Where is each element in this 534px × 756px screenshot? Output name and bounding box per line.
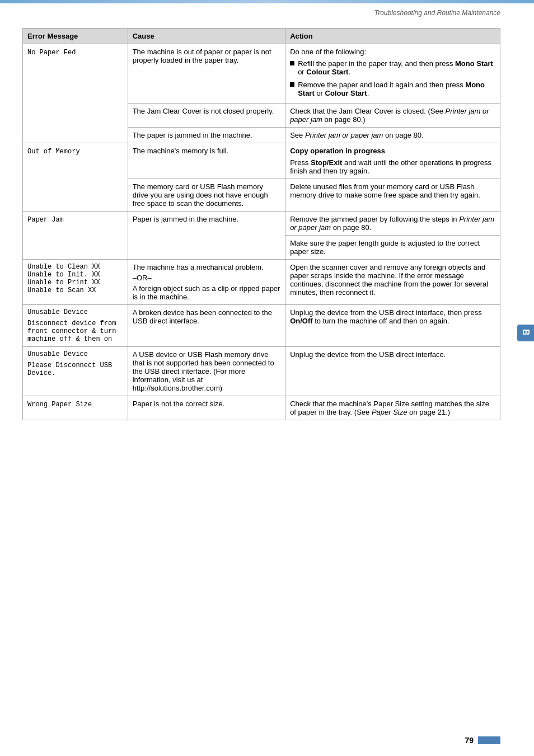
footer: 79 (465, 736, 500, 745)
bullet-item: Refill the paper in the paper tray, and … (290, 59, 495, 76)
action-cell: Make sure the paper length guide is adju… (285, 236, 500, 260)
cause-cell: A broken device has been connected to th… (128, 305, 285, 347)
col-header-cause: Cause (128, 29, 285, 44)
table-header-row: Error Message Cause Action (23, 29, 500, 44)
action-cell: Unplug the device from the USB direct in… (285, 347, 500, 396)
table-row: Unable to Clean XX Unable to Init. XX Un… (23, 260, 500, 305)
cause-cell: The machine is out of paper or paper is … (128, 44, 285, 104)
error-cell: Unusable Device Disconnect device from f… (23, 305, 128, 347)
col-header-error: Error Message (23, 29, 128, 44)
action-cell: Delete unused files from your memory car… (285, 179, 500, 212)
table-row: Out of Memory The machine's memory is fu… (23, 143, 500, 179)
cause-cell: Paper is jammed in the machine. (128, 212, 285, 260)
action-cell: Do one of the following: Refill the pape… (285, 44, 500, 104)
cause-cell: The machine's memory is full. (128, 143, 285, 179)
action-cell: Open the scanner cover and remove any fo… (285, 260, 500, 305)
table-row: No Paper Fed The machine is out of paper… (23, 44, 500, 104)
error-cell: Wrong Paper Size (23, 396, 128, 420)
table-row: Paper Jam Paper is jammed in the machine… (23, 212, 500, 236)
action-text: Press Stop/Exit and wait until the other… (290, 158, 495, 175)
action-cell: Unplug the device from the USB direct in… (285, 305, 500, 347)
action-intro: Do one of the following: (290, 48, 495, 56)
action-cell: Check that the machine's Paper Size sett… (285, 396, 500, 420)
action-cell: Copy operation in progress Press Stop/Ex… (285, 143, 500, 179)
table-row: Wrong Paper Size Paper is not the correc… (23, 396, 500, 420)
action-cell: Remove the jammed paper by following the… (285, 212, 500, 236)
bullet-item: Remove the paper and load it again and t… (290, 81, 495, 97)
action-bold-header: Copy operation in progress (290, 147, 495, 155)
page-number: 79 (465, 736, 474, 745)
cause-cell: The machine has a mechanical problem. –O… (128, 260, 285, 305)
main-content: Error Message Cause Action No Paper Fed … (0, 22, 534, 443)
cause-cell: The memory card or USB Flash memory driv… (128, 179, 285, 212)
error-cell: No Paper Fed (23, 44, 128, 143)
cause-cell: The paper is jammed in the machine. (128, 128, 285, 143)
cause-cell: A USB device or USB Flash memory drive t… (128, 347, 285, 396)
action-cell: Check that the Jam Clear Cover is closed… (285, 104, 500, 128)
cause-cell: The Jam Clear Cover is not closed proper… (128, 104, 285, 128)
bullet-icon (290, 61, 294, 65)
footer-bar (478, 736, 500, 744)
table-row: Unusable Device Please Disconnect USB De… (23, 347, 500, 396)
header-title: Troubleshooting and Routine Maintenance (374, 9, 500, 17)
side-tab-b: B (517, 325, 534, 341)
error-cell: Paper Jam (23, 212, 128, 260)
error-cell: Out of Memory (23, 143, 128, 212)
error-cell: Unable to Clean XX Unable to Init. XX Un… (23, 260, 128, 305)
cause-cell: Paper is not the correct size. (128, 396, 285, 420)
table-row: Unusable Device Disconnect device from f… (23, 305, 500, 347)
col-header-action: Action (285, 29, 500, 44)
bullet-icon (290, 82, 294, 87)
page-header: Troubleshooting and Routine Maintenance (0, 3, 534, 22)
error-table: Error Message Cause Action No Paper Fed … (22, 28, 500, 420)
action-cell: See Printer jam or paper jam on page 80. (285, 128, 500, 143)
error-cell: Unusable Device Please Disconnect USB De… (23, 347, 128, 396)
